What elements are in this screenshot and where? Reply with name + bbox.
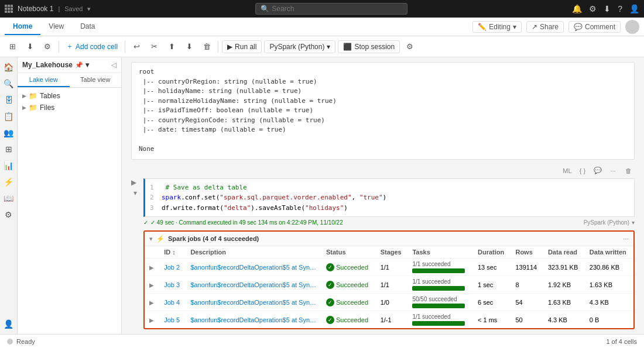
spark-icon: ⚡ [156,235,165,243]
cell-code-btn[interactable]: { } [576,164,589,177]
tab-view[interactable]: View [40,19,72,35]
people-icon[interactable]: 👥 [1,125,16,140]
stop-icon: ⬛ [343,43,352,51]
sidebar-tabs: Lake view Table view [18,73,121,88]
move-down2-button[interactable]: ⬇ [181,39,197,54]
stop-session-button[interactable]: ⬛ Stop session [338,40,400,53]
sidebar-item-files[interactable]: ▶ 📁 Files [18,102,121,113]
job-expand-icon[interactable]: ▶ [149,299,154,306]
job-expand-icon[interactable]: ▶ [149,282,154,288]
share-button[interactable]: ↗ Share [526,21,564,33]
job-status: ✓ Succeeded [321,311,376,329]
tab-home[interactable]: Home [5,19,40,35]
sidebar-tab-lake[interactable]: Lake view [18,73,70,87]
cell-5-toolbar: ML { } 💬 ··· 🗑 [143,164,635,177]
job-rows: 54 [511,294,543,311]
job-desc[interactable]: $anonfun$recordDeltaOperation$5 at Synap… [186,294,321,311]
sidebar-dropdown-icon[interactable]: ▾ [85,61,89,69]
notification-icon[interactable]: 🔔 [572,4,582,13]
search-input[interactable] [272,5,389,13]
cell-chat-btn[interactable]: 💬 [591,164,604,177]
user-icon[interactable]: 👤 [629,4,639,13]
settings-nav-icon[interactable]: ⚙ [1,207,16,222]
runtime-chevron[interactable]: ▾ [632,219,635,226]
home-icon[interactable]: 🏠 [1,60,16,75]
user-avatar[interactable] [625,20,639,34]
format-button[interactable]: ⊞ [5,39,20,54]
run-all-button[interactable]: ▶ Run all [222,40,262,53]
comment-button[interactable]: 💬 Comment [568,21,621,33]
job-tasks: 1/1 succeeded [407,311,473,329]
database-icon[interactable]: 🗄 [1,92,16,108]
download-icon[interactable]: ⬇ [604,4,611,13]
sidebar-pin-icon[interactable]: 📌 [75,61,83,69]
move-up-button[interactable]: ⬆ [164,39,179,54]
schema-output-cell: root |-- countryOrRegion: string (nullab… [131,62,635,160]
run-cell-button[interactable]: ▶ [131,178,136,187]
job-rows: 8 [511,276,543,294]
job-data-read: 4.3 KB [543,311,585,329]
job-desc[interactable]: $anonfun$recordDeltaOperation$5 at Synap… [186,276,321,294]
spark-jobs-more-btn[interactable]: ··· [623,235,629,243]
tables-arrow: ▶ [22,93,26,99]
cell-delete-btn[interactable]: 🗑 [622,164,635,177]
more-button[interactable]: ⚙ [402,39,417,54]
pyspark-button[interactable]: PySpark (Python) ▾ [264,40,335,53]
comment-label: Comment [585,23,615,31]
app-divider: | [58,5,60,12]
th-id[interactable]: ID ↕ [159,246,186,259]
job-id: Job 4 [159,294,186,311]
pencil-icon: ✏️ [478,23,487,31]
job-id: Job 2 [159,259,186,276]
search-container: 🔍 [255,3,407,15]
cell-count: 1 of 4 cells [606,338,637,345]
job-expand-icon[interactable]: ▶ [149,317,154,323]
table-icon[interactable]: 📋 [1,109,16,124]
grid-icon[interactable]: ⊞ [1,142,16,157]
bolt-icon[interactable]: ⚡ [1,174,16,189]
cell-5-code: 1 # Save as delta table 2spark.conf.set(… [143,178,635,218]
table-row: ▶ Job 3 $anonfun$recordDeltaOperation$5 … [145,276,633,294]
gear-button[interactable]: ⚙ [40,39,55,54]
undo-button[interactable]: ↩ [129,39,144,54]
spark-expand-icon[interactable]: ▾ [149,235,153,243]
search-nav-icon[interactable]: 🔍 [1,76,16,91]
sidebar-tab-table[interactable]: Table view [70,73,122,87]
job-tasks: 50/50 succeeded [407,294,473,311]
dropdown-arrow[interactable]: ▾ [87,5,91,13]
app-grid-icon[interactable] [5,5,13,13]
files-label: Files [40,104,54,112]
tab-data[interactable]: Data [72,19,103,35]
job-expand-icon[interactable]: ▶ [149,264,154,271]
job-data-written: 230.86 KB [585,259,633,276]
job-desc[interactable]: $anonfun$recordDeltaOperation$5 at Synap… [186,259,321,276]
status-right: 1 of 4 cells [606,338,637,345]
cell-more-btn[interactable]: ··· [607,164,619,177]
settings-icon[interactable]: ⚙ [589,4,597,13]
status-left: Ready [7,338,35,345]
job-desc[interactable]: $anonfun$recordDeltaOperation$5 at Synap… [186,311,321,329]
job-duration: 6 sec [473,294,511,311]
profile-icon[interactable]: 👤 [1,319,16,334]
cell-ml-button[interactable]: ML [561,164,574,177]
editing-button[interactable]: ✏️ Editing ▾ [472,21,522,33]
th-status: Status [321,246,376,259]
move-down-button[interactable]: ⬇ [22,39,37,54]
table-row: ▶ Job 4 $anonfun$recordDeltaOperation$5 … [145,294,633,311]
help-icon[interactable]: ? [618,4,622,13]
progress-bar-fill [412,286,465,291]
add-code-cell-button[interactable]: ＋ Add code cell [63,40,121,53]
table-row: ▶ Job 2 $anonfun$recordDeltaOperation$5 … [145,259,633,276]
delete-button[interactable]: 🗑 [199,39,214,54]
sidebar-item-tables[interactable]: ▶ 📁 Tables [18,90,121,102]
run-down-button[interactable]: ▾ [133,189,137,197]
top-bar: Notebook 1 | Saved ▾ 🔍 🔔 ⚙ ⬇ ? 👤 [0,0,644,18]
progress-bar-container [412,321,465,326]
book-icon[interactable]: 📖 [1,191,16,206]
sidebar-collapse-button[interactable]: ◁ [111,61,117,69]
stop-label: Stop session [354,43,395,51]
sidebar-header: My_Lakehouse 📌 ▾ ◁ [18,57,121,73]
chart-icon[interactable]: 📊 [1,158,16,173]
cut-button[interactable]: ✂ [146,39,162,54]
job-data-read: 1.92 KB [543,276,585,294]
